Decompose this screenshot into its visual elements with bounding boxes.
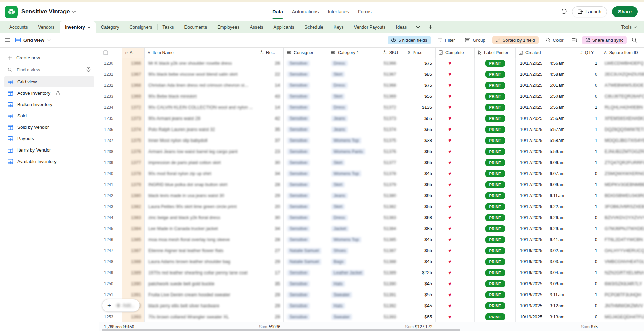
cell-qty[interactable]: 1 — [577, 157, 601, 168]
group-button[interactable]: Group — [462, 36, 489, 44]
cell-created[interactable]: 10/17/20255:57am — [516, 124, 577, 135]
base-logo[interactable] — [5, 6, 18, 18]
cell-qty[interactable]: 0 — [577, 80, 601, 91]
cell-sku[interactable]: 51383 — [380, 212, 405, 223]
cell-price[interactable]: $55 — [405, 245, 436, 256]
sort-button[interactable]: Sorted by 1 field — [492, 36, 539, 44]
cell-sku[interactable]: 51389 — [380, 267, 405, 278]
heart-icon[interactable]: ♥ — [448, 292, 451, 298]
cell-a-number[interactable]: 1389 — [122, 267, 145, 278]
cell-a-number[interactable]: 1366 — [122, 58, 145, 69]
heart-icon[interactable]: ♥ — [448, 182, 451, 187]
cell-re[interactable]: 34 — [257, 168, 284, 179]
cell-item-name[interactable]: black levis made in usa jeans waist 30 — [145, 190, 257, 201]
heart-icon[interactable]: ♥ — [448, 71, 451, 77]
row-number[interactable]: 1241 — [99, 179, 122, 190]
column-header-qty[interactable]: #QTY — [577, 48, 601, 58]
cell-square-item-id[interactable]: MGJ4GEQDH4TFIJ — [601, 311, 644, 322]
cell-consigner[interactable]: Sensitive — [284, 58, 328, 69]
cell-created[interactable]: 10/19/20253:04am — [516, 267, 577, 278]
row-number[interactable]: 1246 — [99, 234, 122, 245]
heart-icon[interactable]: ♥ — [448, 270, 451, 276]
cell-consigner[interactable]: Sensitive — [284, 157, 328, 168]
cell-re[interactable]: 35 — [257, 124, 284, 135]
print-button[interactable]: PRINT — [485, 71, 505, 78]
cell-price[interactable]: $85 — [405, 69, 436, 80]
table-tab-vendors[interactable]: Vendors — [33, 21, 60, 33]
cell-a-number[interactable]: 1384 — [122, 223, 145, 234]
cell-price[interactable]: $55 — [405, 201, 436, 212]
cell-square-item-id[interactable]: A7WEBWWSJDOE — [601, 80, 644, 91]
cell-square-item-id[interactable]: OALHYYV4ERUCQ — [601, 245, 644, 256]
cell-complete[interactable]: ♥ — [436, 300, 475, 311]
print-button[interactable]: PRINT — [485, 137, 505, 144]
cell-complete[interactable]: ♥ — [436, 157, 475, 168]
cell-category[interactable]: Bags — [328, 256, 380, 267]
column-header-a-[interactable]: ↓↑A. — [122, 48, 145, 58]
cell-sku[interactable]: 51385 — [380, 234, 405, 245]
cell-category[interactable]: Jeans — [328, 124, 380, 135]
table-tab-keys[interactable]: Keys — [329, 21, 349, 33]
cell-re[interactable]: 29 — [257, 190, 284, 201]
row-number[interactable]: 1248 — [99, 256, 122, 267]
cell-a-number[interactable]: 1383 — [122, 212, 145, 223]
hidden-fields-button[interactable]: 5 hidden fields — [388, 36, 431, 44]
cell-qty[interactable]: 1 — [577, 102, 601, 113]
cell-category[interactable]: Skirt — [328, 69, 380, 80]
cell-category[interactable]: Womens Pants — [328, 146, 380, 157]
row-number[interactable]: 1234 — [99, 102, 122, 113]
cell-a-number[interactable]: 1374 — [122, 124, 145, 135]
table-tab-ideas[interactable]: Ideas — [391, 21, 412, 33]
view-settings-gear-icon[interactable] — [86, 66, 91, 73]
cell-a-number[interactable]: 1373 — [122, 113, 145, 124]
cell-re[interactable]: 34 — [257, 223, 284, 234]
cell-a-number[interactable]: 1379 — [122, 179, 145, 190]
cell-qty[interactable]: 0 — [577, 168, 601, 179]
heart-icon[interactable]: ♥ — [448, 148, 451, 154]
cell-sku[interactable]: 51392 — [380, 300, 405, 311]
cell-complete[interactable]: ♥ — [436, 278, 475, 289]
cell-re[interactable]: 28 — [257, 179, 284, 190]
cell-complete[interactable]: ♥ — [436, 69, 475, 80]
cell-qty[interactable]: 1 — [577, 223, 601, 234]
cell-re[interactable]: 29 — [257, 300, 284, 311]
cell-square-item-id[interactable]: DQZ6QQSWW7ETX — [601, 124, 644, 135]
sidebar-view-available-inventory[interactable]: Available Inventory — [4, 156, 94, 167]
print-button[interactable]: PRINT — [485, 313, 505, 320]
cell-sku[interactable]: 51378 — [380, 168, 405, 179]
cell-created[interactable]: 10/17/20255:55am — [516, 102, 577, 113]
top-nav-interfaces[interactable]: Interfaces — [328, 2, 349, 21]
print-button[interactable]: PRINT — [485, 203, 505, 210]
column-header-price[interactable]: $Price — [405, 48, 436, 58]
cell-sku[interactable]: 51375 — [380, 135, 405, 146]
base-title-chevron-icon[interactable] — [72, 11, 76, 13]
color-button[interactable]: Color — [542, 36, 567, 44]
cell-item-name[interactable]: Mr K black y2k one shoulder rosette dres… — [145, 58, 257, 69]
row-number[interactable]: 1237 — [99, 135, 122, 146]
sidebar-view-payouts[interactable]: Payouts — [4, 133, 94, 144]
cell-a-number[interactable]: 1391 — [122, 289, 145, 300]
add-record-button[interactable]: + — [107, 302, 111, 309]
cell-qty[interactable]: 0 — [577, 311, 601, 322]
cell-item-name[interactable]: zinc beige and black y2k floral dress — [145, 212, 257, 223]
cell-a-number[interactable]: 1393 — [122, 311, 145, 322]
cell-complete[interactable]: ♥ — [436, 245, 475, 256]
cell-qty[interactable]: 0 — [577, 256, 601, 267]
cell-square-item-id[interactable]: XFEMS6SXEHA5K3 — [601, 113, 644, 124]
cell-complete[interactable]: ♥ — [436, 124, 475, 135]
sidebar-view-sold[interactable]: Sold — [4, 110, 94, 122]
cell-created[interactable]: 10/17/20255:56am — [516, 113, 577, 124]
cell-price[interactable]: $65 — [405, 179, 436, 190]
cell-price[interactable]: $38 — [405, 135, 436, 146]
cell-item-name[interactable]: Laura Adams brown leather shoulder bag — [145, 256, 257, 267]
cell-complete[interactable]: ♥ — [436, 179, 475, 190]
cell-complete[interactable]: ♥ — [436, 58, 475, 69]
sidebar-view-broken-inventory[interactable]: Broken Inventory — [4, 99, 94, 110]
cell-square-item-id[interactable]: MOQGJBG7XIS4YE — [601, 135, 644, 146]
cell-re[interactable]: 29 — [257, 311, 284, 322]
row-number[interactable]: 1238 — [99, 146, 122, 157]
cell-square-item-id[interactable]: ZTQ47QR2FURRFC — [601, 157, 644, 168]
cell-consigner[interactable]: Sensitive — [284, 289, 328, 300]
cell-created[interactable]: 10/17/20255:58am — [516, 135, 577, 146]
cell-re[interactable]: 22 — [257, 69, 284, 80]
